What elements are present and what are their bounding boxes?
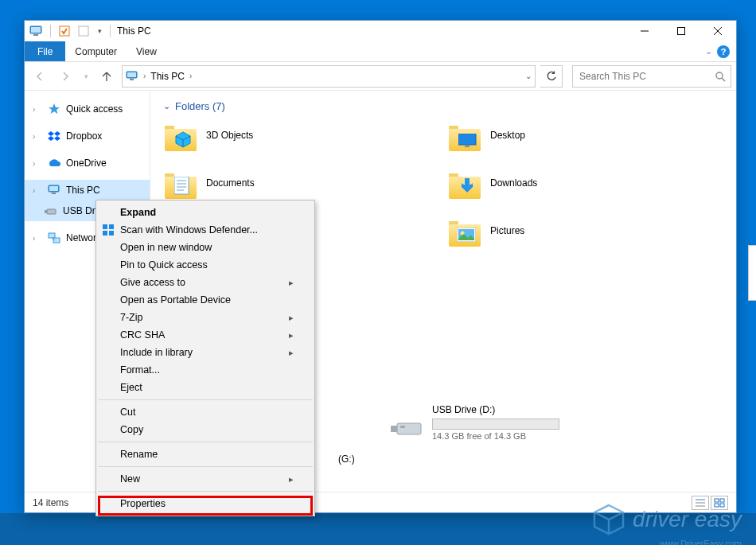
address-bar[interactable]: › This PC › ⌄	[122, 65, 536, 88]
ctx-eject[interactable]: Eject	[96, 379, 314, 396]
minimize-button[interactable]	[626, 21, 663, 41]
tree-item-this-pc[interactable]: › This PC	[25, 180, 150, 200]
submenu-arrow-icon: ▸	[289, 474, 294, 485]
nav-recent-dropdown[interactable]: ▾	[80, 65, 92, 88]
view-large-icons-button[interactable]	[711, 496, 728, 510]
star-icon	[47, 103, 61, 115]
svg-rect-1	[31, 27, 41, 33]
expand-chevron-icon[interactable]: ›	[33, 105, 42, 114]
folder-3d-objects[interactable]: 3D Objects	[163, 115, 439, 155]
refresh-button[interactable]	[540, 65, 563, 88]
folder-pictures[interactable]: Pictures	[447, 211, 723, 251]
ctx-7zip[interactable]: 7-Zip▸	[96, 309, 314, 326]
drive-usb[interactable]: USB Drive (D:) 14.3 GB free of 14.3 GB	[389, 404, 559, 441]
ctx-pin-quick-access[interactable]: Pin to Quick access	[96, 256, 314, 274]
folder-icon	[163, 118, 198, 153]
tab-view[interactable]: View	[127, 41, 166, 61]
svg-rect-18	[45, 210, 47, 213]
svg-rect-42	[103, 224, 107, 229]
drive-info: USB Drive (D:) 14.3 GB free of 14.3 GB	[432, 404, 559, 441]
folder-label: Pictures	[490, 225, 524, 236]
tree-label: Dropbox	[66, 130, 102, 142]
search-box[interactable]	[572, 65, 731, 88]
close-button[interactable]	[699, 21, 736, 41]
dropbox-icon	[47, 130, 61, 142]
submenu-arrow-icon: ▸	[289, 330, 294, 341]
quick-access-toolbar: ▾	[28, 22, 114, 40]
tree-item-onedrive[interactable]: › OneDrive	[25, 153, 150, 173]
ctx-open-portable-device[interactable]: Open as Portable Device	[96, 291, 314, 309]
ctx-cut[interactable]: Cut	[96, 403, 314, 421]
ctx-give-access-to[interactable]: Give access to▸	[96, 274, 314, 291]
ctx-new[interactable]: New▸	[96, 470, 314, 488]
folder-desktop[interactable]: Desktop	[447, 115, 723, 155]
chevron-right-icon[interactable]: ›	[189, 72, 192, 80]
breadcrumb-this-pc[interactable]: This PC	[150, 71, 185, 82]
ctx-properties[interactable]: Properties	[96, 495, 314, 512]
window-title: This PC	[117, 25, 151, 37]
nav-back-button[interactable]	[29, 65, 50, 88]
network-icon	[47, 232, 61, 243]
ctx-open-new-window[interactable]: Open in new window	[96, 239, 314, 256]
search-input[interactable]	[578, 70, 715, 83]
help-icon[interactable]: ?	[717, 45, 730, 58]
svg-rect-23	[465, 146, 470, 147]
usb-drive-icon	[44, 205, 58, 216]
ctx-include-library[interactable]: Include in library▸	[96, 344, 314, 361]
partial-drive-label[interactable]: (G:)	[338, 454, 355, 465]
svg-rect-41	[720, 504, 724, 507]
svg-line-13	[722, 78, 725, 81]
folder-label: Desktop	[490, 130, 525, 141]
ctx-crc-sha[interactable]: CRC SHA▸	[96, 326, 314, 344]
desktop-taskbar-area	[0, 513, 756, 545]
svg-rect-44	[103, 231, 107, 236]
context-menu: Expand Scan with Windows Defender... Ope…	[95, 200, 315, 516]
maximize-button[interactable]	[663, 21, 699, 41]
drive-capacity-bar	[432, 418, 559, 430]
folder-label: Documents	[206, 177, 255, 189]
view-details-button[interactable]	[692, 496, 709, 510]
qat-dropdown[interactable]: ▾	[94, 22, 105, 40]
chevron-down-icon: ⌄	[163, 101, 170, 111]
ribbon-collapse-chevron-icon[interactable]: ⌄	[705, 46, 712, 56]
svg-rect-33	[391, 426, 397, 432]
tab-computer[interactable]: Computer	[65, 41, 127, 61]
expand-chevron-icon[interactable]: ›	[33, 186, 42, 195]
drive-free-label: 14.3 GB free of 14.3 GB	[432, 431, 559, 441]
ribbon-tabs: File Computer View ⌄ ?	[25, 41, 736, 62]
folder-documents[interactable]: Documents	[163, 163, 439, 203]
titlebar: ▾ This PC	[25, 21, 736, 41]
expand-chevron-icon[interactable]: ›	[33, 234, 42, 243]
svg-rect-38	[715, 499, 719, 502]
svg-rect-15	[49, 186, 58, 191]
nav-forward-button[interactable]	[55, 65, 76, 88]
nav-up-button[interactable]	[96, 65, 117, 88]
folders-group-header[interactable]: ⌄ Folders (7)	[163, 100, 723, 112]
svg-rect-24	[174, 177, 189, 194]
ctx-scan-defender[interactable]: Scan with Windows Defender...	[96, 221, 314, 239]
folders-header-label: Folders (7)	[175, 100, 225, 112]
folder-icon	[447, 213, 482, 248]
address-dropdown-icon[interactable]: ⌄	[525, 72, 532, 80]
qat-item-1[interactable]	[56, 22, 73, 40]
tree-item-dropbox[interactable]: › Dropbox	[25, 126, 150, 146]
chevron-right-icon[interactable]: ›	[143, 72, 146, 80]
svg-rect-39	[720, 499, 724, 502]
expand-chevron-icon[interactable]: ›	[33, 159, 42, 168]
submenu-arrow-icon: ▸	[289, 348, 294, 358]
folder-icon	[163, 165, 198, 200]
ctx-rename[interactable]: Rename	[96, 446, 314, 463]
file-tab[interactable]: File	[25, 41, 65, 61]
ctx-copy[interactable]: Copy	[96, 421, 314, 438]
ctx-expand[interactable]: Expand	[96, 204, 314, 221]
tree-label: Quick access	[66, 103, 123, 115]
ctx-format[interactable]: Format...	[96, 361, 314, 379]
svg-rect-22	[458, 134, 476, 145]
svg-rect-6	[678, 28, 685, 35]
expand-chevron-icon[interactable]: ›	[33, 132, 42, 141]
submenu-arrow-icon: ▸	[289, 278, 294, 288]
tree-item-quick-access[interactable]: › Quick access	[25, 99, 150, 119]
submenu-arrow-icon: ▸	[289, 313, 294, 323]
qat-item-2[interactable]	[75, 22, 92, 40]
folder-downloads[interactable]: Downloads	[447, 163, 723, 203]
